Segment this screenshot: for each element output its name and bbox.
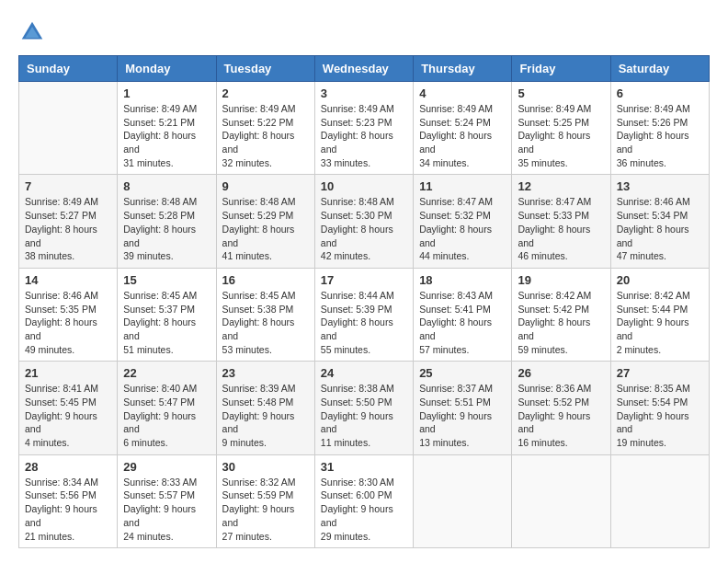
calendar-cell: 23Sunrise: 8:39 AMSunset: 5:48 PMDayligh…: [216, 362, 314, 454]
calendar-cell: 17Sunrise: 8:44 AMSunset: 5:39 PMDayligh…: [314, 268, 413, 361]
day-number: 28: [25, 460, 111, 474]
calendar-cell: 11Sunrise: 8:47 AMSunset: 5:32 PMDayligh…: [414, 175, 512, 268]
day-number: 23: [222, 366, 309, 380]
day-number: 10: [321, 179, 407, 193]
day-info: Sunrise: 8:49 AMSunset: 5:23 PMDaylight:…: [321, 102, 407, 169]
calendar-cell: [512, 454, 610, 547]
calendar-cell: 2Sunrise: 8:49 AMSunset: 5:22 PMDaylight…: [216, 82, 314, 175]
day-info: Sunrise: 8:34 AMSunset: 5:56 PMDaylight:…: [25, 476, 111, 543]
logo-icon: [18, 18, 46, 46]
calendar-cell: 29Sunrise: 8:33 AMSunset: 5:57 PMDayligh…: [118, 454, 216, 547]
day-info: Sunrise: 8:49 AMSunset: 5:22 PMDaylight:…: [222, 102, 309, 169]
calendar-cell: 9Sunrise: 8:48 AMSunset: 5:29 PMDaylight…: [216, 175, 314, 268]
day-number: 31: [321, 460, 407, 474]
day-number: 16: [222, 273, 309, 287]
day-info: Sunrise: 8:46 AMSunset: 5:35 PMDaylight:…: [25, 289, 111, 356]
calendar-week-row: 14Sunrise: 8:46 AMSunset: 5:35 PMDayligh…: [19, 268, 710, 361]
calendar-cell: 30Sunrise: 8:32 AMSunset: 5:59 PMDayligh…: [216, 454, 314, 547]
calendar-cell: 6Sunrise: 8:49 AMSunset: 5:26 PMDaylight…: [610, 82, 709, 175]
day-number: 17: [321, 273, 407, 287]
day-number: 25: [419, 366, 506, 380]
day-number: 2: [222, 86, 309, 100]
day-number: 18: [419, 273, 506, 287]
day-info: Sunrise: 8:48 AMSunset: 5:30 PMDaylight:…: [321, 195, 407, 262]
day-number: 24: [321, 366, 407, 380]
calendar-cell: 8Sunrise: 8:48 AMSunset: 5:28 PMDaylight…: [118, 175, 216, 268]
day-info: Sunrise: 8:35 AMSunset: 5:54 PMDaylight:…: [617, 382, 703, 449]
calendar-cell: 31Sunrise: 8:30 AMSunset: 6:00 PMDayligh…: [314, 454, 413, 547]
calendar-cell: 1Sunrise: 8:49 AMSunset: 5:21 PMDaylight…: [118, 82, 216, 175]
calendar-cell: 19Sunrise: 8:42 AMSunset: 5:42 PMDayligh…: [512, 268, 610, 361]
day-number: 27: [617, 366, 703, 380]
calendar-week-row: 28Sunrise: 8:34 AMSunset: 5:56 PMDayligh…: [19, 454, 710, 547]
calendar-cell: 12Sunrise: 8:47 AMSunset: 5:33 PMDayligh…: [512, 175, 610, 268]
day-info: Sunrise: 8:38 AMSunset: 5:50 PMDaylight:…: [321, 382, 407, 449]
day-number: 30: [222, 460, 309, 474]
day-number: 4: [419, 86, 506, 100]
day-info: Sunrise: 8:46 AMSunset: 5:34 PMDaylight:…: [617, 195, 703, 262]
calendar-cell: 7Sunrise: 8:49 AMSunset: 5:27 PMDaylight…: [19, 175, 118, 268]
calendar-cell: 3Sunrise: 8:49 AMSunset: 5:23 PMDaylight…: [314, 82, 413, 175]
day-info: Sunrise: 8:36 AMSunset: 5:52 PMDaylight:…: [518, 382, 604, 449]
calendar-cell: [414, 454, 512, 547]
logo: [18, 18, 50, 46]
day-number: 12: [518, 179, 604, 193]
calendar-header-saturday: Saturday: [610, 56, 709, 82]
calendar-cell: 24Sunrise: 8:38 AMSunset: 5:50 PMDayligh…: [314, 362, 413, 454]
day-info: Sunrise: 8:43 AMSunset: 5:41 PMDaylight:…: [419, 289, 506, 356]
day-number: 19: [518, 273, 604, 287]
calendar-header-tuesday: Tuesday: [216, 56, 314, 82]
calendar-cell: 5Sunrise: 8:49 AMSunset: 5:25 PMDaylight…: [512, 82, 610, 175]
day-number: 20: [617, 273, 703, 287]
day-info: Sunrise: 8:45 AMSunset: 5:37 PMDaylight:…: [123, 289, 210, 356]
calendar-cell: 20Sunrise: 8:42 AMSunset: 5:44 PMDayligh…: [610, 268, 709, 361]
day-number: 29: [123, 460, 210, 474]
calendar-week-row: 21Sunrise: 8:41 AMSunset: 5:45 PMDayligh…: [19, 362, 710, 454]
day-info: Sunrise: 8:47 AMSunset: 5:33 PMDaylight:…: [518, 195, 604, 262]
day-info: Sunrise: 8:32 AMSunset: 5:59 PMDaylight:…: [222, 476, 309, 543]
day-info: Sunrise: 8:49 AMSunset: 5:27 PMDaylight:…: [25, 195, 111, 262]
day-info: Sunrise: 8:48 AMSunset: 5:29 PMDaylight:…: [222, 195, 309, 262]
calendar-cell: 4Sunrise: 8:49 AMSunset: 5:24 PMDaylight…: [414, 82, 512, 175]
calendar-cell: 21Sunrise: 8:41 AMSunset: 5:45 PMDayligh…: [19, 362, 118, 454]
calendar-cell: 26Sunrise: 8:36 AMSunset: 5:52 PMDayligh…: [512, 362, 610, 454]
calendar-cell: 10Sunrise: 8:48 AMSunset: 5:30 PMDayligh…: [314, 175, 413, 268]
day-number: 22: [123, 366, 210, 380]
day-info: Sunrise: 8:49 AMSunset: 5:25 PMDaylight:…: [518, 102, 604, 169]
calendar-week-row: 1Sunrise: 8:49 AMSunset: 5:21 PMDaylight…: [19, 82, 710, 175]
calendar-week-row: 7Sunrise: 8:49 AMSunset: 5:27 PMDaylight…: [19, 175, 710, 268]
page-header: [18, 18, 710, 46]
day-number: 8: [123, 179, 210, 193]
calendar-cell: 22Sunrise: 8:40 AMSunset: 5:47 PMDayligh…: [118, 362, 216, 454]
day-info: Sunrise: 8:44 AMSunset: 5:39 PMDaylight:…: [321, 289, 407, 356]
day-number: 13: [617, 179, 703, 193]
calendar-header-friday: Friday: [512, 56, 610, 82]
calendar-cell: 28Sunrise: 8:34 AMSunset: 5:56 PMDayligh…: [19, 454, 118, 547]
calendar-cell: 16Sunrise: 8:45 AMSunset: 5:38 PMDayligh…: [216, 268, 314, 361]
day-number: 14: [25, 273, 111, 287]
day-number: 1: [123, 86, 210, 100]
calendar-header-thursday: Thursday: [414, 56, 512, 82]
day-number: 5: [518, 86, 604, 100]
calendar-header-monday: Monday: [118, 56, 216, 82]
day-number: 9: [222, 179, 309, 193]
day-info: Sunrise: 8:42 AMSunset: 5:44 PMDaylight:…: [617, 289, 703, 356]
day-info: Sunrise: 8:30 AMSunset: 6:00 PMDaylight:…: [321, 476, 407, 543]
day-info: Sunrise: 8:45 AMSunset: 5:38 PMDaylight:…: [222, 289, 309, 356]
day-number: 7: [25, 179, 111, 193]
day-number: 6: [617, 86, 703, 100]
day-info: Sunrise: 8:49 AMSunset: 5:26 PMDaylight:…: [617, 102, 703, 169]
calendar-cell: 15Sunrise: 8:45 AMSunset: 5:37 PMDayligh…: [118, 268, 216, 361]
calendar-header-row: SundayMondayTuesdayWednesdayThursdayFrid…: [19, 56, 710, 82]
day-info: Sunrise: 8:37 AMSunset: 5:51 PMDaylight:…: [419, 382, 506, 449]
day-info: Sunrise: 8:49 AMSunset: 5:21 PMDaylight:…: [123, 102, 210, 169]
day-info: Sunrise: 8:39 AMSunset: 5:48 PMDaylight:…: [222, 382, 309, 449]
day-info: Sunrise: 8:42 AMSunset: 5:42 PMDaylight:…: [518, 289, 604, 356]
calendar-cell: 14Sunrise: 8:46 AMSunset: 5:35 PMDayligh…: [19, 268, 118, 361]
day-info: Sunrise: 8:47 AMSunset: 5:32 PMDaylight:…: [419, 195, 506, 262]
calendar-cell: 25Sunrise: 8:37 AMSunset: 5:51 PMDayligh…: [414, 362, 512, 454]
day-info: Sunrise: 8:48 AMSunset: 5:28 PMDaylight:…: [123, 195, 210, 262]
day-number: 21: [25, 366, 111, 380]
calendar-header-sunday: Sunday: [19, 56, 118, 82]
day-info: Sunrise: 8:33 AMSunset: 5:57 PMDaylight:…: [123, 476, 210, 543]
